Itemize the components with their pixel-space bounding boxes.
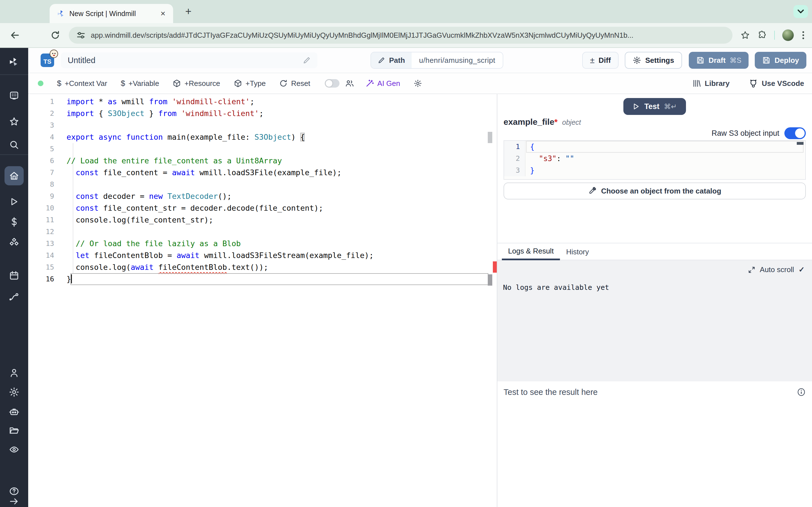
reset-button[interactable]: Reset (279, 79, 310, 88)
code-text: export async function main(example_file:… (66, 131, 305, 143)
tab-close-icon[interactable]: × (158, 9, 167, 18)
code-line[interactable]: 16} (28, 273, 497, 285)
tab-search-chevron-button[interactable] (794, 5, 808, 18)
multiplayer-users-icon (345, 79, 354, 88)
code-text: console.log(await fileContentBlob.text()… (66, 262, 268, 273)
code-line[interactable]: 3 (28, 119, 497, 131)
library-button[interactable]: Library (693, 79, 730, 88)
code-line[interactable]: 3} (504, 165, 805, 176)
tab-history[interactable]: History (560, 243, 595, 260)
line-number: 3 (504, 165, 525, 176)
address-bar[interactable]: app.windmill.dev/scripts/add#JTdCJTIyaGF… (69, 27, 732, 44)
choose-object-button[interactable]: Choose an object from the catalog (504, 182, 806, 200)
sidebar-item-workers[interactable] (9, 407, 19, 417)
bookmark-star-icon[interactable] (741, 31, 750, 40)
add-context-var-button[interactable]: $ +Context Var (57, 79, 107, 88)
editor-scrollbar[interactable] (488, 132, 492, 143)
sidebar-item-home[interactable] (4, 166, 24, 185)
sidebar-item-user[interactable] (9, 368, 19, 378)
editor-settings-gear[interactable] (414, 79, 422, 88)
url-text: app.windmill.dev/scripts/add#JTdCJTIyaGF… (91, 31, 633, 40)
script-title-input[interactable]: Untitled (61, 52, 317, 68)
sidebar-item-help[interactable] (9, 486, 19, 496)
expand-icon (748, 266, 755, 274)
code-line[interactable]: 14 let fileContentBlob = await wmill.loa… (28, 249, 497, 262)
use-vscode-button[interactable]: Use VScode (749, 79, 804, 88)
code-line[interactable]: 12 (28, 226, 497, 238)
code-line[interactable]: 2 "s3": "" (504, 153, 805, 165)
add-type-button[interactable]: +Type (234, 79, 266, 88)
back-button[interactable] (8, 29, 21, 42)
package-icon (234, 79, 242, 88)
add-variable-button[interactable]: $ +Variable (121, 79, 159, 88)
sidebar-item-runs[interactable] (9, 196, 19, 207)
code-line[interactable]: 15 console.log(await fileContentBlob.tex… (28, 262, 497, 273)
code-line[interactable]: 1import * as wmill from 'windmill-client… (28, 96, 497, 108)
sidebar-item-settings[interactable] (9, 387, 19, 397)
browser-tab[interactable]: New Script | Windmill × (50, 4, 173, 23)
code-text: } (66, 273, 72, 285)
sidebar-item-folders[interactable] (9, 425, 19, 436)
tab-logs-result[interactable]: Logs & Result (502, 243, 560, 260)
code-text: const file_content_str = decoder.decode(… (66, 202, 323, 214)
json-input-editor[interactable]: 1{2 "s3": ""3} (504, 140, 806, 180)
settings-button[interactable]: Settings (625, 52, 682, 69)
empty-logs-text: No logs are available yet (503, 283, 609, 291)
deploy-button[interactable]: Deploy (755, 52, 806, 69)
test-button[interactable]: Test ⌘↵ (623, 98, 686, 115)
info-icon[interactable] (797, 388, 806, 397)
reload-button[interactable] (49, 29, 62, 42)
sidebar-item-resources[interactable] (9, 237, 19, 247)
sidebar-expand-icon[interactable] (9, 496, 19, 506)
add-resource-button[interactable]: +Resource (172, 79, 220, 88)
status-dot (38, 80, 43, 86)
sidebar-item-audit-logs[interactable] (9, 445, 19, 455)
code-editor[interactable]: 1import * as wmill from 'windmill-client… (28, 94, 497, 507)
ai-gen-button[interactable]: AI Gen (365, 79, 400, 88)
line-number: 4 (28, 131, 66, 143)
language-badge-typescript[interactable]: TS (41, 54, 54, 67)
code-text: // Load the entire file_content as a Uin… (66, 155, 282, 167)
code-line[interactable]: 8 (28, 179, 497, 190)
code-line[interactable]: 6// Load the entire file_content as a Ui… (28, 155, 497, 167)
sidebar-item-variables[interactable] (9, 217, 19, 227)
test-shortcut: ⌘↵ (664, 103, 677, 111)
browser-menu-icon[interactable] (801, 30, 805, 40)
result-area: Test to see the result here (497, 381, 812, 507)
sidebar-item-routes[interactable] (9, 291, 19, 301)
code-line[interactable]: 11 console.log(file_content_str); (28, 214, 497, 226)
extensions-icon[interactable] (757, 31, 767, 40)
browser-tab-strip: New Script | Windmill × + (0, 0, 812, 23)
profile-avatar[interactable] (782, 29, 794, 41)
sidebar-item-favorites[interactable] (9, 117, 19, 127)
code-line[interactable]: 9 const decoder = new TextDecoder(); (28, 190, 497, 202)
raw-s3-toggle[interactable] (784, 127, 806, 139)
sidebar-divider (0, 154, 28, 155)
sidebar-item-search[interactable] (9, 140, 19, 150)
sidebar-item-schedules[interactable] (9, 270, 19, 281)
line-number: 5 (28, 143, 66, 155)
code-line[interactable]: 4export async function main(example_file… (28, 131, 497, 143)
path-button[interactable]: Path u/henri/amusing_script (370, 52, 503, 69)
forward-button[interactable] (28, 29, 42, 42)
draft-button[interactable]: Draft ⌘S (689, 52, 749, 69)
multiplayer-toggle[interactable] (325, 79, 340, 88)
diff-button[interactable]: ± Diff (582, 52, 619, 69)
new-tab-button[interactable]: + (182, 5, 195, 18)
gear-icon (633, 56, 641, 64)
sidebar-item-apps[interactable] (9, 90, 19, 100)
code-line[interactable]: 13 // Or load the file lazily as a Blob (28, 238, 497, 249)
arrow-left-icon (10, 31, 19, 40)
edit-pencil-icon[interactable] (303, 56, 311, 64)
code-line[interactable]: 5 (28, 143, 497, 155)
code-line[interactable]: 7 const file_content = await wmill.loadS… (28, 167, 497, 179)
windmill-logo-icon[interactable] (8, 57, 20, 68)
code-line[interactable]: 1{ (504, 141, 805, 153)
line-number: 1 (28, 96, 66, 108)
code-line[interactable]: 10 const file_content_str = decoder.deco… (28, 202, 497, 214)
line-number: 10 (28, 202, 66, 214)
cat-tunnel-icon (749, 79, 758, 88)
auto-scroll-control[interactable]: Auto scroll ✓ (748, 265, 805, 274)
code-line[interactable]: 2import { S3Object } from 'windmill-clie… (28, 108, 497, 119)
script-header: TS Untitled Path u/henri/amusing_script (28, 48, 812, 73)
